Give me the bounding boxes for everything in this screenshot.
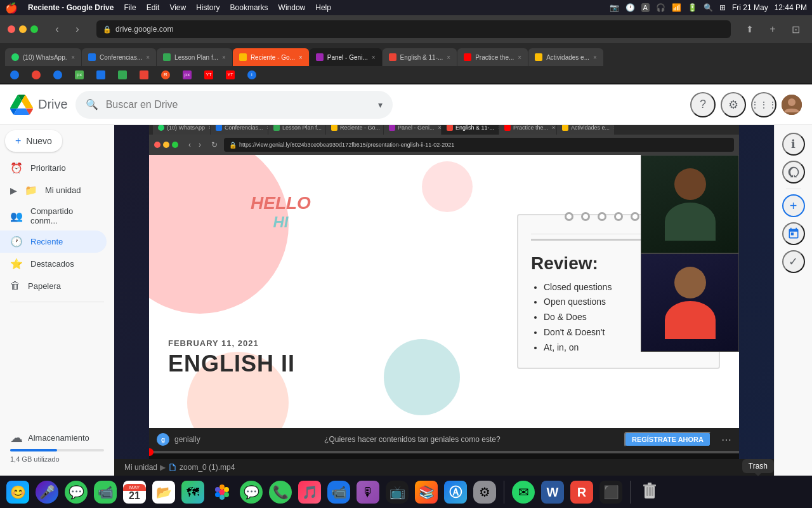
sidebar-item-reciente[interactable]: 🕐 Reciente	[0, 231, 107, 253]
dock-settings[interactable]: ⚙	[472, 479, 497, 505]
sidebar-item-papelera[interactable]: 🗑 Papelera	[0, 275, 107, 297]
dock-finder[interactable]: 😊	[5, 479, 30, 505]
bookmark-9[interactable]: px	[178, 68, 197, 82]
bookmark-8[interactable]: R	[156, 68, 175, 82]
sidebar-button[interactable]: ⊡	[787, 20, 804, 38]
inner-tab-practice[interactable]: Practice the... ×	[499, 125, 556, 135]
tab-english[interactable]: English & 11-... ×	[383, 48, 457, 66]
sidebar-item-prioritario[interactable]: ⏰ Prioritario	[0, 157, 107, 179]
help-button[interactable]: ?	[690, 92, 716, 117]
dock-appletv[interactable]: 📺	[384, 479, 410, 505]
control-center-icon[interactable]: ⊞	[719, 3, 726, 12]
share-button[interactable]: ⬆	[741, 20, 759, 38]
aside-calendar-button[interactable]	[782, 222, 805, 245]
tab-lessonplan[interactable]: Lesson Plan f... ×	[157, 48, 232, 66]
menu-window[interactable]: Window	[278, 3, 306, 12]
bookmark-12[interactable]: i	[242, 68, 261, 82]
forward-button[interactable]: ›	[69, 20, 86, 38]
genially-more-icon[interactable]: ⋯	[721, 434, 731, 446]
menu-view[interactable]: View	[169, 3, 186, 12]
tab-panel[interactable]: Panel - Geni... ×	[310, 48, 382, 66]
inner-tab-conf[interactable]: Conferencias... ×	[211, 125, 268, 135]
dock-books[interactable]: 📚	[414, 479, 439, 505]
dock-files[interactable]: 📂	[151, 479, 176, 505]
bookmark-3[interactable]	[48, 68, 67, 82]
dock-trash[interactable]	[637, 479, 662, 505]
bookmark-5[interactable]	[91, 68, 110, 82]
tab-close-practice[interactable]: ×	[518, 54, 521, 61]
apps-button[interactable]: ⋮⋮⋮	[751, 92, 776, 117]
sidebar-item-mi-unidad[interactable]: ▶ 📁 Mi unidad	[0, 179, 107, 201]
new-button[interactable]: + Nuevo	[5, 130, 62, 152]
drive-search-bar[interactable]: 🔍 ▾	[75, 91, 393, 119]
inner-address-bar[interactable]: 🔒 https://view.genial.ly/6024b3ce0bea930…	[224, 138, 734, 152]
breadcrumb-mi-unidad[interactable]: Mi unidad	[124, 463, 157, 472]
dock-music[interactable]: 🎵	[297, 479, 322, 505]
search-dropdown-icon[interactable]: ▾	[378, 100, 383, 110]
dock-phone[interactable]: 📞	[268, 479, 293, 505]
aside-info-button[interactable]: ℹ	[782, 133, 805, 156]
menu-history[interactable]: History	[196, 3, 219, 12]
back-button[interactable]: ‹	[48, 20, 66, 38]
genially-cta-button[interactable]: REGÍSTRATE AHORA	[624, 432, 711, 447]
inner-tab-panel[interactable]: Panel - Geni... ×	[384, 125, 441, 135]
user-avatar[interactable]	[782, 95, 802, 115]
dock-calendar[interactable]: MAY 21	[122, 479, 147, 505]
dock-appstore[interactable]: Ⓐ	[443, 479, 468, 505]
sidebar-item-destacados[interactable]: ⭐ Destacados	[0, 253, 107, 275]
menu-file[interactable]: File	[124, 3, 136, 12]
menu-safari[interactable]: Reciente - Google Drive	[28, 3, 114, 12]
aside-tasks-button[interactable]: ✓	[782, 250, 805, 273]
inner-fullscreen[interactable]	[172, 142, 178, 148]
inner-forward[interactable]: ›	[196, 140, 204, 149]
inner-tab-whatsapp[interactable]: (10) WhatsApp ×	[153, 125, 210, 135]
new-tab-button[interactable]: +	[764, 20, 782, 38]
dock-podcasts[interactable]: 🎙	[355, 479, 381, 505]
fullscreen-window-button[interactable]	[30, 25, 38, 33]
bookmark-10[interactable]: YT	[199, 68, 218, 82]
keyboard-lang[interactable]: A	[641, 3, 650, 12]
dock-siri[interactable]: 🎤	[34, 479, 60, 505]
sidebar-item-compartido[interactable]: 👥 Compartido conm...	[0, 201, 107, 231]
tab-close-english[interactable]: ×	[447, 54, 450, 61]
minimize-window-button[interactable]	[19, 25, 27, 33]
aside-activity-button[interactable]	[782, 161, 805, 184]
search-input[interactable]	[106, 99, 370, 110]
address-bar[interactable]: 🔒 drive.google.com	[96, 20, 731, 38]
bookmark-7[interactable]	[134, 68, 154, 82]
bookmark-6[interactable]	[113, 68, 132, 82]
close-window-button[interactable]	[8, 25, 15, 33]
settings-button[interactable]: ⚙	[721, 92, 746, 117]
dock-facetime[interactable]: 📹	[93, 479, 118, 505]
dock-word[interactable]: W	[540, 479, 565, 505]
menu-help[interactable]: Help	[315, 3, 331, 12]
video-progress-bar[interactable]	[149, 451, 739, 453]
bookmark-11[interactable]: YT	[221, 68, 240, 82]
inner-back[interactable]: ‹	[186, 140, 193, 149]
apple-menu[interactable]: 🍎	[5, 2, 18, 14]
tab-actividades[interactable]: Actividades e... ×	[528, 48, 603, 66]
tab-close-panel[interactable]: ×	[372, 54, 376, 61]
tab-conferencias[interactable]: Conferencias... ×	[82, 48, 156, 66]
tab-close-reciente[interactable]: ×	[299, 54, 303, 61]
tab-close-conferencias[interactable]: ×	[146, 54, 150, 61]
dock-messages[interactable]: 💬	[63, 479, 89, 505]
inner-tab-actividades[interactable]: Actividades e... ×	[557, 125, 614, 135]
inner-tab-reciente[interactable]: Reciente - Go... ×	[326, 125, 383, 135]
bookmark-1[interactable]	[5, 68, 24, 82]
dock-photos[interactable]	[209, 479, 235, 505]
inner-close[interactable]	[154, 142, 160, 148]
tab-close-lessonplan[interactable]: ×	[222, 54, 226, 61]
inner-tab-lesson[interactable]: Lesson Plan f... ×	[268, 125, 325, 135]
bookmark-2[interactable]	[27, 68, 46, 82]
aside-add-button[interactable]: +	[782, 194, 805, 217]
tab-practice[interactable]: Practice the... ×	[457, 48, 528, 66]
dock-rustore[interactable]: R	[569, 479, 594, 505]
dock-whatsapp[interactable]: ✉	[511, 479, 536, 505]
dock-maps[interactable]: 🗺	[180, 479, 206, 505]
inner-tab-english[interactable]: English & 11-... ×	[442, 125, 499, 135]
menu-bookmarks[interactable]: Bookmarks	[230, 3, 268, 12]
tab-reciente[interactable]: Reciente - Go... ×	[233, 48, 309, 66]
dock-facetime-2[interactable]: 📹	[326, 479, 351, 505]
tab-close-actividades[interactable]: ×	[593, 54, 597, 61]
